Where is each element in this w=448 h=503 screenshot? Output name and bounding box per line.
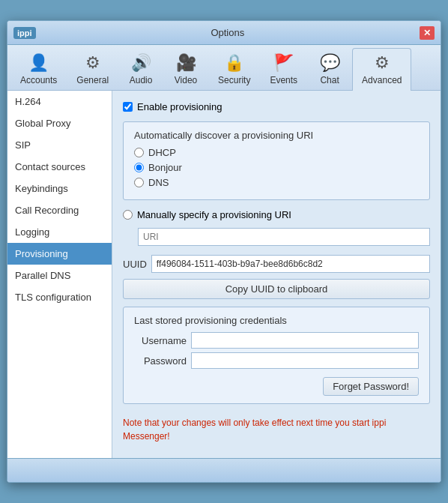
sidebar-item-global-proxy[interactable]: Global Proxy: [7, 112, 112, 134]
enable-provisioning-checkbox[interactable]: [123, 102, 133, 112]
sidebar-item-logging[interactable]: Logging: [7, 221, 112, 243]
manual-radio[interactable]: [123, 210, 133, 220]
tab-events[interactable]: 🚩 Events: [260, 48, 307, 90]
accounts-icon: 👤: [28, 53, 49, 73]
advanced-icon: ⚙: [375, 53, 390, 73]
password-label: Password: [134, 355, 187, 367]
uri-input[interactable]: [138, 228, 430, 246]
username-input[interactable]: [191, 332, 419, 349]
dns-label[interactable]: DNS: [148, 177, 169, 188]
audio-icon: 🔊: [131, 53, 151, 73]
security-icon: 🔒: [224, 53, 244, 73]
note-text: Note that your changes will only take ef…: [123, 413, 430, 443]
tab-accounts[interactable]: 👤 Accounts: [10, 48, 67, 90]
credentials-box: Last stored provisioning credentials Use…: [123, 307, 430, 404]
enable-provisioning-label[interactable]: Enable provisioning: [137, 101, 222, 112]
tab-accounts-label: Accounts: [20, 75, 57, 85]
uuid-label: UUID: [123, 259, 147, 270]
uuid-row: UUID: [123, 255, 430, 273]
tab-advanced-label: Advanced: [362, 75, 402, 85]
main-panel: Enable provisioning Automatically discov…: [112, 91, 441, 458]
bonjour-label[interactable]: Bonjour: [148, 162, 182, 173]
password-input[interactable]: [191, 352, 419, 369]
username-label: Username: [134, 335, 187, 346]
sidebar: H.264 Global Proxy SIP Contact sources K…: [7, 91, 112, 458]
uuid-value-input[interactable]: [151, 255, 430, 273]
dhcp-label[interactable]: DHCP: [148, 147, 176, 158]
events-icon: 🚩: [273, 53, 294, 73]
enable-provisioning-row: Enable provisioning: [123, 101, 430, 112]
manual-label[interactable]: Manually specify a provisioning URI: [137, 209, 291, 220]
close-button[interactable]: ✕: [420, 26, 435, 40]
auto-discover-title: Automatically discover a provisioning UR…: [134, 130, 419, 141]
tab-general-label: General: [76, 75, 109, 85]
tab-advanced[interactable]: ⚙ Advanced: [352, 48, 411, 91]
tab-chat[interactable]: 💬 Chat: [307, 48, 352, 90]
chat-icon: 💬: [320, 53, 340, 73]
general-icon: ⚙: [85, 53, 100, 73]
password-row: Password: [134, 352, 419, 369]
toolbar: 👤 Accounts ⚙ General 🔊 Audio 🎥 Video 🔒 S…: [7, 45, 441, 91]
tab-events-label: Events: [270, 75, 297, 85]
sidebar-item-tls-configuration[interactable]: TLS configuration: [7, 286, 112, 308]
bonjour-row: Bonjour: [134, 162, 419, 173]
copy-uuid-button[interactable]: Copy UUID to clipboard: [123, 279, 430, 299]
bottom-bar: [7, 458, 441, 482]
bonjour-radio[interactable]: [134, 163, 144, 172]
manual-row: Manually specify a provisioning URI: [123, 209, 430, 220]
options-window: ippi Options ✕ 👤 Accounts ⚙ General 🔊 Au…: [7, 20, 441, 483]
dhcp-radio[interactable]: [134, 148, 144, 157]
username-row: Username: [134, 332, 419, 349]
tab-security[interactable]: 🔒 Security: [208, 48, 260, 90]
tab-video[interactable]: 🎥 Video: [163, 48, 208, 90]
dns-row: DNS: [134, 177, 419, 188]
window-title: Options: [211, 27, 244, 38]
sidebar-item-parallel-dns[interactable]: Parallel DNS: [7, 265, 112, 286]
tab-general[interactable]: ⚙ General: [67, 48, 118, 90]
sidebar-item-sip[interactable]: SIP: [7, 134, 112, 156]
forget-password-button[interactable]: Forget Password!: [323, 377, 419, 396]
credentials-title: Last stored provisioning credentials: [134, 315, 419, 326]
content-area: H.264 Global Proxy SIP Contact sources K…: [7, 91, 441, 458]
tab-audio-label: Audio: [130, 75, 153, 85]
dns-radio[interactable]: [134, 178, 144, 187]
sidebar-item-provisioning[interactable]: Provisioning: [7, 243, 112, 265]
title-bar: ippi Options ✕: [7, 21, 441, 45]
video-icon: 🎥: [176, 53, 196, 73]
app-logo: ippi: [13, 27, 36, 39]
auto-discover-box: Automatically discover a provisioning UR…: [123, 121, 430, 200]
dhcp-row: DHCP: [134, 147, 419, 158]
sidebar-item-contact-sources[interactable]: Contact sources: [7, 156, 112, 178]
sidebar-item-h264[interactable]: H.264: [7, 91, 112, 112]
sidebar-item-keybindings[interactable]: Keybindings: [7, 178, 112, 199]
tab-chat-label: Chat: [320, 75, 339, 85]
tab-security-label: Security: [218, 75, 250, 85]
sidebar-item-call-recording[interactable]: Call Recording: [7, 199, 112, 221]
tab-video-label: Video: [175, 75, 197, 85]
tab-audio[interactable]: 🔊 Audio: [118, 48, 163, 90]
